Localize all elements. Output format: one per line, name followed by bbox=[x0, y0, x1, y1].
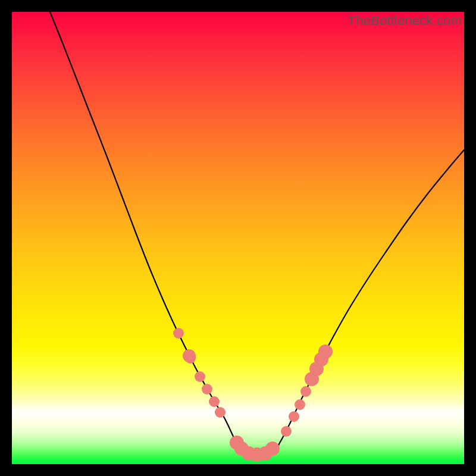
curve-marker bbox=[215, 407, 226, 418]
curve-markers bbox=[173, 328, 333, 462]
curve-marker bbox=[173, 328, 184, 339]
curve-marker bbox=[265, 441, 280, 456]
curve-layer bbox=[12, 12, 464, 464]
watermark-text: TheBottleneck.com bbox=[347, 13, 462, 29]
chart-frame: TheBottleneck.com bbox=[0, 0, 476, 476]
curve-marker bbox=[289, 411, 299, 422]
curve-marker bbox=[202, 384, 212, 394]
curve-marker bbox=[295, 399, 305, 410]
curve-marker bbox=[195, 371, 205, 382]
curve-marker bbox=[318, 345, 333, 359]
bottleneck-curve bbox=[50, 12, 464, 455]
curve-marker bbox=[209, 396, 220, 407]
curve-marker bbox=[185, 353, 196, 364]
plot-area bbox=[12, 12, 464, 464]
curve-marker bbox=[281, 426, 292, 437]
curve-marker bbox=[300, 386, 311, 397]
